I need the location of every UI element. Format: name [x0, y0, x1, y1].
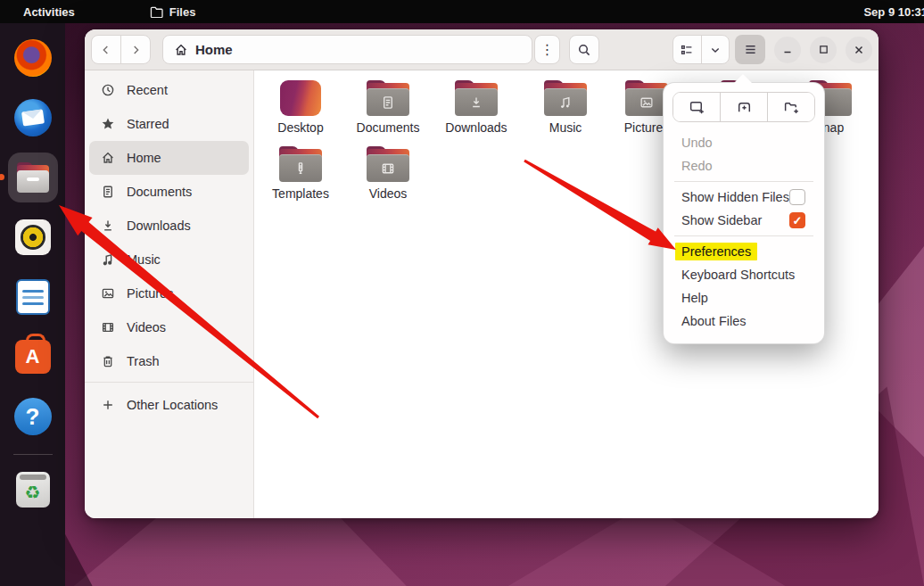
plus-icon [101, 398, 115, 412]
preferences-highlight: Preferences [675, 243, 757, 260]
app-menu-button[interactable]: Files [150, 5, 196, 19]
menu-item-help[interactable]: Help [672, 286, 815, 310]
folder-label: Templates [258, 186, 343, 201]
menu-item-keyboard-shortcuts[interactable]: Keyboard Shortcuts [672, 263, 815, 286]
new-folder-icon [783, 99, 800, 116]
folder-label: Music [523, 120, 608, 135]
folder-music[interactable]: Music [523, 80, 608, 135]
dock: A ? ♻ [0, 23, 65, 586]
new-folder-button[interactable] [767, 93, 814, 121]
firefox-icon [14, 39, 52, 77]
folder-label: Desktop [258, 120, 343, 135]
dock-trash[interactable]: ♻ [8, 465, 58, 515]
headerbar-right-group [672, 35, 872, 64]
recent-icon [101, 83, 115, 97]
new-window-icon [689, 99, 705, 116]
search-button[interactable] [569, 35, 599, 64]
dock-rhythmbox[interactable] [8, 212, 58, 262]
sidebar-item-other-locations[interactable]: Other Locations [89, 388, 249, 422]
activities-button[interactable]: Activities [23, 5, 75, 19]
template-emblem-icon [293, 161, 309, 177]
star-icon [101, 117, 115, 131]
folder-documents[interactable]: Documents [345, 80, 431, 135]
download-emblem-icon [468, 95, 484, 111]
maximize-icon [819, 45, 829, 54]
sidebar-item-home[interactable]: Home [89, 141, 249, 175]
gnome-top-bar: Activities Files Sep 9 10:31 [0, 0, 924, 23]
checkbox-checked[interactable]: ✓ [789, 212, 805, 228]
close-button[interactable] [846, 37, 872, 63]
dock-help[interactable]: ? [8, 392, 58, 442]
files-icon [15, 162, 51, 193]
forward-button[interactable] [120, 36, 150, 63]
hamburger-menu-popover: Undo Redo Show Hidden Files Show Sidebar… [663, 82, 825, 344]
menu-item-label: Show Hidden Files [681, 190, 789, 204]
trash-icon: ♻ [16, 472, 50, 508]
folder-label: Videos [345, 186, 431, 201]
new-tab-button[interactable] [720, 93, 767, 121]
location-menu-button[interactable]: ⋮ [534, 35, 560, 64]
list-view-button[interactable] [673, 36, 701, 63]
minimize-button[interactable] [774, 37, 801, 63]
chevron-left-icon [100, 44, 112, 56]
sidebar-item-trash[interactable]: Trash [89, 344, 249, 378]
sidebar-item-recent[interactable]: Recent [89, 73, 249, 107]
popover-beak [734, 74, 752, 83]
menu-item-show-sidebar[interactable]: Show Sidebar ✓ [672, 209, 815, 232]
folder-icon [367, 80, 409, 116]
libreoffice-writer-icon [16, 279, 50, 315]
folder-icon [367, 146, 409, 182]
menu-item-preferences[interactable]: Preferences [672, 240, 815, 263]
sidebar-item-pictures[interactable]: Pictures [89, 276, 249, 310]
clock[interactable]: Sep 9 10:31 [863, 5, 924, 19]
dock-firefox[interactable] [8, 33, 58, 83]
menu-icon-row [672, 92, 815, 122]
maximize-button[interactable] [810, 37, 837, 63]
home-icon [174, 43, 188, 57]
dock-thunderbird[interactable] [8, 93, 58, 143]
menu-separator [674, 235, 813, 236]
sidebar-item-music[interactable]: Music [89, 243, 249, 276]
folder-desktop[interactable]: Desktop [258, 80, 343, 135]
menu-item-about-files[interactable]: About Files [672, 310, 815, 333]
view-toggle-split-button [672, 35, 730, 64]
menu-separator [674, 181, 813, 182]
menu-item-label: Show Sidebar [681, 213, 762, 227]
sidebar-item-label: Documents [127, 185, 192, 199]
list-view-icon [680, 43, 694, 57]
music-icon [101, 252, 115, 267]
path-bar[interactable]: Home [162, 35, 532, 64]
sidebar-item-starred[interactable]: Starred [89, 107, 249, 141]
folder-icon [279, 146, 322, 182]
menu-item-redo[interactable]: Redo [672, 154, 815, 177]
checkbox-unchecked[interactable] [789, 189, 805, 205]
folder-downloads[interactable]: Downloads [433, 80, 519, 135]
close-icon [854, 45, 864, 55]
menu-item-undo[interactable]: Undo [672, 131, 815, 154]
headerbar: Home ⋮ [85, 29, 879, 70]
desktop-folder-icon [280, 80, 321, 116]
sidebar-item-label: Videos [127, 320, 166, 334]
menu-item-show-hidden-files[interactable]: Show Hidden Files [672, 186, 815, 209]
image-emblem-icon [639, 95, 655, 111]
sidebar-item-label: Pictures [127, 286, 173, 301]
pictures-icon [101, 286, 115, 301]
sidebar-item-videos[interactable]: Videos [89, 310, 249, 344]
dock-libreoffice-writer[interactable] [8, 272, 58, 322]
folder-templates[interactable]: Templates [258, 146, 343, 201]
view-options-button[interactable] [701, 36, 730, 63]
sidebar-item-documents[interactable]: Documents [89, 175, 249, 209]
hamburger-menu-button[interactable] [735, 35, 765, 64]
new-window-button[interactable] [673, 93, 720, 121]
sidebar-item-label: Home [127, 151, 161, 165]
folder-videos[interactable]: Videos [345, 146, 431, 201]
folder-icon [625, 80, 668, 116]
back-button[interactable] [92, 36, 120, 63]
help-icon: ? [14, 398, 52, 435]
sidebar-item-downloads[interactable]: Downloads [89, 209, 249, 243]
film-emblem-icon [380, 161, 396, 177]
sidebar-item-label: Recent [127, 83, 168, 97]
menu-item-label: Keyboard Shortcuts [681, 268, 795, 282]
dock-files[interactable] [8, 153, 58, 202]
dock-ubuntu-software[interactable]: A [8, 332, 58, 382]
